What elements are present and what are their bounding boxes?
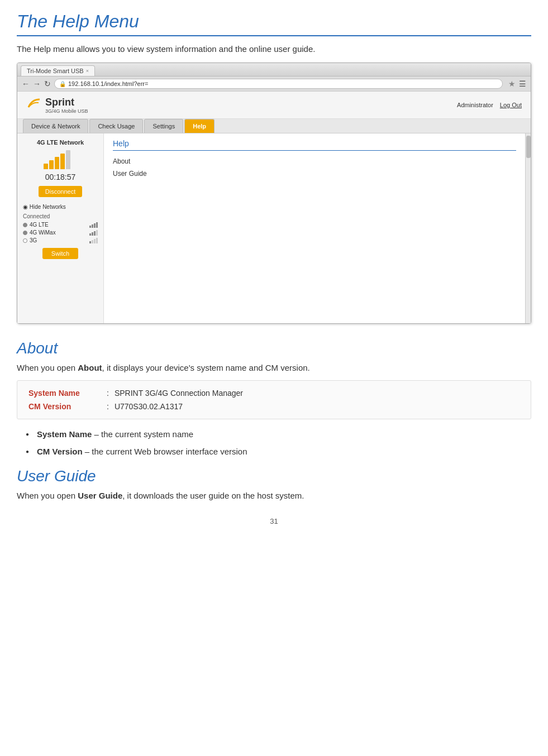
- network-4glte-label: 4G LTE: [30, 222, 49, 228]
- mini-bars-4gwimax: [89, 230, 98, 236]
- about-heading: About: [17, 339, 531, 357]
- left-panel: 4G LTE Network 00:18:57 Disconnect ◉ Hid…: [17, 133, 104, 323]
- mb1: [89, 241, 91, 243]
- system-name-row: System Name : SPRINT 3G/4G Connection Ma…: [28, 389, 520, 398]
- app-body-wrapper: 4G LTE Network 00:18:57 Disconnect ◉ Hid…: [17, 133, 531, 323]
- eye-icon: ◉: [23, 204, 28, 210]
- right-panel: Help About User Guide: [104, 133, 525, 323]
- help-panel-title: Help: [113, 139, 516, 151]
- network-3g-label: 3G: [30, 237, 37, 243]
- system-name-colon: :: [107, 389, 109, 398]
- bullet-system-name: System Name – the current system name: [28, 429, 531, 439]
- cm-version-label: CM Version: [28, 402, 101, 411]
- about-intro-suffix: , it displays your device's system name …: [102, 363, 310, 372]
- network-item-4gwimax[interactable]: 4G WiMax: [23, 229, 98, 236]
- cm-version-row: CM Version : U770S30.02.A1317: [28, 402, 520, 411]
- network-4gwimax-label: 4G WiMax: [30, 229, 56, 236]
- network-label: 4G LTE Network: [23, 139, 98, 146]
- app-body: 4G LTE Network 00:18:57 Disconnect ◉ Hid…: [17, 133, 525, 323]
- signal-bars: [44, 150, 77, 169]
- tab-check-usage[interactable]: Check Usage: [89, 119, 143, 133]
- tab-settings[interactable]: Settings: [144, 119, 183, 133]
- mini-bars-3g: [89, 238, 98, 243]
- lock-icon: 🔒: [59, 81, 66, 87]
- userguide-intro-prefix: When you open: [17, 491, 78, 500]
- help-menu-about[interactable]: About: [113, 155, 516, 168]
- sprint-logo: Sprint 3G/4G Mobile USB: [26, 96, 88, 114]
- network-list: Connected 4G LTE: [23, 213, 98, 243]
- userguide-heading: User Guide: [17, 467, 531, 485]
- signal-bar-3: [55, 157, 59, 169]
- bullet-cm-version-label: CM Version: [37, 447, 83, 456]
- bullet-cm-version: CM Version – the current Web browser int…: [28, 447, 531, 456]
- network-item-4glte[interactable]: 4G LTE: [23, 222, 98, 228]
- about-bullet-list: System Name – the current system name CM…: [17, 429, 531, 456]
- mb1: [89, 233, 91, 236]
- page-number: 31: [17, 517, 531, 525]
- cm-version-value: U770S30.02.A1317: [115, 402, 183, 411]
- signal-bar-2: [49, 160, 54, 169]
- bullet-system-name-label: System Name: [37, 429, 92, 439]
- signal-bar-5: [66, 150, 70, 169]
- bullet-system-name-text: – the current system name: [92, 429, 193, 439]
- mb4: [96, 222, 98, 228]
- forward-button[interactable]: →: [33, 79, 41, 88]
- sprint-brand-sub: 3G/4G Mobile USB: [45, 108, 88, 114]
- address-bar[interactable]: 🔒 192.168.10.1/index.html?err=: [54, 79, 503, 89]
- radio-4gwimax: [23, 231, 27, 235]
- disconnect-button[interactable]: Disconnect: [39, 186, 82, 197]
- radio-4glte: [23, 223, 27, 227]
- userguide-intro-suffix: , it downloads the user guide on the hos…: [122, 491, 304, 500]
- about-intro-prefix: When you open: [17, 363, 78, 372]
- userguide-intro: When you open User Guide, it downloads t…: [17, 491, 531, 500]
- browser-chrome: Tri-Mode Smart USB ×: [17, 63, 531, 76]
- bullet-cm-version-text: – the current Web browser interface vers…: [83, 447, 247, 456]
- about-bold: About: [78, 363, 102, 372]
- address-text: 192.168.10.1/index.html?err=: [68, 80, 148, 87]
- scrollbar-thumb[interactable]: [526, 136, 531, 158]
- about-intro: When you open About, it displays your de…: [17, 363, 531, 372]
- scrollbar[interactable]: [525, 133, 531, 323]
- mb2: [92, 232, 93, 236]
- mb3: [94, 231, 96, 236]
- signal-bar-1: [44, 164, 48, 169]
- close-icon[interactable]: ×: [86, 68, 89, 74]
- userguide-bold: User Guide: [78, 491, 122, 500]
- app-header: Sprint 3G/4G Mobile USB Administrator Lo…: [17, 92, 531, 119]
- system-name-label: System Name: [28, 389, 101, 398]
- connected-label: Connected: [23, 213, 98, 219]
- timer: 00:18:57: [23, 173, 98, 181]
- browser-controls: ← → ↻ 🔒 192.168.10.1/index.html?err= ★ ☰: [17, 76, 531, 92]
- mb3: [94, 223, 96, 228]
- tab-label: Tri-Mode Smart USB: [27, 68, 84, 74]
- page-title: The Help Menu: [17, 11, 531, 32]
- about-info-box: System Name : SPRINT 3G/4G Connection Ma…: [17, 380, 531, 419]
- bookmark-icon[interactable]: ★: [508, 79, 516, 88]
- tab-device-network[interactable]: Device & Network: [23, 119, 88, 133]
- mini-bars-4glte: [89, 222, 98, 228]
- signal-bar-4: [60, 154, 65, 169]
- network-item-3g[interactable]: 3G: [23, 237, 98, 243]
- tab-help[interactable]: Help: [184, 119, 215, 133]
- app-content: Sprint 3G/4G Mobile USB Administrator Lo…: [17, 92, 531, 323]
- title-divider: [17, 35, 531, 36]
- radio-3g: [23, 238, 27, 243]
- switch-button[interactable]: Switch: [42, 248, 78, 259]
- mb1: [89, 226, 91, 228]
- cm-version-colon: :: [107, 402, 109, 411]
- logout-button[interactable]: Log Out: [500, 102, 522, 108]
- help-menu-userguide[interactable]: User Guide: [113, 168, 516, 180]
- menu-icon[interactable]: ☰: [519, 79, 526, 88]
- reload-button[interactable]: ↻: [44, 79, 51, 88]
- browser-tab[interactable]: Tri-Mode Smart USB ×: [21, 65, 95, 76]
- mb2: [92, 224, 93, 228]
- app-nav: Device & Network Check Usage Settings He…: [17, 119, 531, 133]
- hide-networks-label[interactable]: ◉ Hide Networks: [23, 204, 98, 210]
- mb3: [94, 239, 96, 243]
- sprint-brand-mark: [26, 96, 42, 114]
- system-name-value: SPRINT 3G/4G Connection Manager: [115, 389, 243, 398]
- mb4: [96, 230, 98, 236]
- mb2: [92, 240, 93, 243]
- mb4: [96, 238, 98, 243]
- back-button[interactable]: ←: [22, 79, 30, 88]
